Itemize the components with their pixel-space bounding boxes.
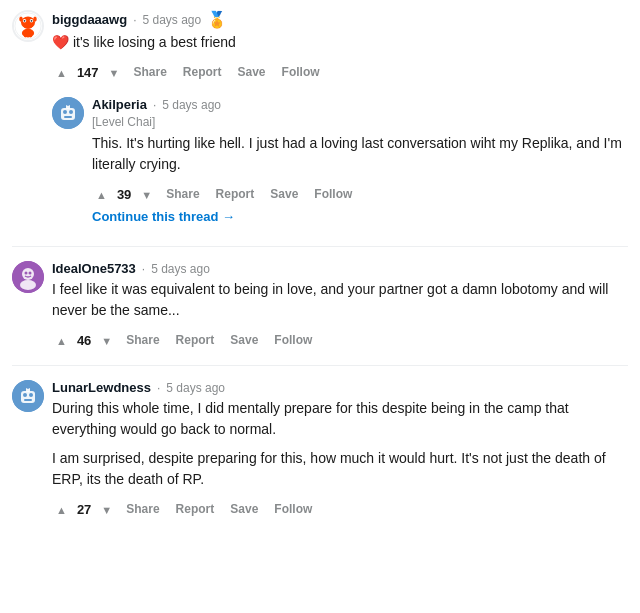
- comment-akil: Akilperia · 5 days ago [Level Chai] This…: [52, 97, 628, 232]
- comment-akil-meta: Akilperia · 5 days ago: [92, 97, 628, 112]
- save-btn-ideal[interactable]: Save: [224, 329, 264, 351]
- comment-ideal-body: IdealOne5733 · 5 days ago I feel like it…: [52, 261, 628, 351]
- svg-point-24: [29, 272, 32, 275]
- report-btn-akil[interactable]: Report: [210, 183, 261, 205]
- comment-actions-bigg: 147 Share Report Save Follow: [52, 61, 628, 83]
- comment-text-bigg: ❤️ it's like losing a best friend: [52, 32, 628, 53]
- svg-point-8: [19, 16, 23, 21]
- upvote-akil[interactable]: [92, 184, 111, 204]
- comment-bigg-body: biggdaaawg · 5 days ago 🏅 ❤️ it's like l…: [52, 10, 628, 83]
- vote-count-akil: 39: [117, 187, 131, 202]
- upvote-ideal[interactable]: [52, 330, 71, 350]
- svg-point-21: [22, 268, 34, 280]
- comment-thread: biggdaaawg · 5 days ago 🏅 ❤️ it's like l…: [0, 0, 640, 544]
- svg-point-5: [24, 20, 26, 22]
- svg-rect-26: [21, 391, 35, 403]
- comment-badge-bigg: 🏅: [207, 10, 227, 29]
- save-btn-akil[interactable]: Save: [264, 183, 304, 205]
- comment-lunar-body: LunarLewdness · 5 days ago During this w…: [52, 380, 628, 520]
- share-btn-lunar[interactable]: Share: [120, 498, 165, 520]
- comment-text-akil: This. It's hurting like hell. I just had…: [92, 133, 628, 175]
- comment-time-lunar: 5 days ago: [166, 381, 225, 395]
- comment-ideal: IdealOne5733 · 5 days ago I feel like it…: [12, 261, 628, 351]
- svg-point-11: [24, 32, 28, 37]
- comment-time-ideal: 5 days ago: [151, 262, 210, 276]
- follow-btn-ideal[interactable]: Follow: [268, 329, 318, 351]
- comment-author-bigg[interactable]: biggdaaawg: [52, 12, 127, 27]
- comment-akil-body: Akilperia · 5 days ago [Level Chai] This…: [92, 97, 628, 232]
- follow-btn-lunar[interactable]: Follow: [268, 498, 318, 520]
- svg-point-16: [69, 110, 73, 114]
- svg-point-12: [29, 32, 33, 37]
- svg-point-31: [27, 387, 29, 389]
- comment-actions-lunar: 27 Share Report Save Follow: [52, 498, 628, 520]
- comment-time-akil: 5 days ago: [162, 98, 221, 112]
- divider-1: [12, 246, 628, 247]
- vote-count-lunar: 27: [77, 502, 91, 517]
- comment-author-lunar[interactable]: LunarLewdness: [52, 380, 151, 395]
- follow-btn-akil[interactable]: Follow: [308, 183, 358, 205]
- svg-point-9: [33, 16, 37, 21]
- vote-count-bigg: 147: [77, 65, 99, 80]
- comment-text-lunar-2: I am surprised, despite preparing for th…: [52, 448, 628, 490]
- avatar-ideal: [12, 261, 44, 293]
- downvote-bigg[interactable]: [105, 62, 124, 82]
- svg-rect-29: [24, 399, 32, 401]
- share-btn-ideal[interactable]: Share: [120, 329, 165, 351]
- svg-point-7: [24, 23, 33, 28]
- vote-count-ideal: 46: [77, 333, 91, 348]
- upvote-bigg[interactable]: [52, 62, 71, 82]
- comment-bigg: biggdaaawg · 5 days ago 🏅 ❤️ it's like l…: [12, 10, 628, 83]
- avatar-bigg: [12, 10, 44, 42]
- comment-akil-wrapper: Akilperia · 5 days ago [Level Chai] This…: [52, 97, 628, 232]
- svg-point-22: [20, 280, 36, 290]
- report-btn-bigg[interactable]: Report: [177, 61, 228, 83]
- svg-point-19: [67, 104, 69, 106]
- avatar-akil: [52, 97, 84, 129]
- follow-btn-bigg[interactable]: Follow: [276, 61, 326, 83]
- comment-lunar-meta: LunarLewdness · 5 days ago: [52, 380, 628, 395]
- downvote-akil[interactable]: [137, 184, 156, 204]
- avatar-lunar: [12, 380, 44, 412]
- comment-text-lunar-1: During this whole time, I did mentally p…: [52, 398, 628, 440]
- comment-actions-ideal: 46 Share Report Save Follow: [52, 329, 628, 351]
- comment-actions-akil: 39 Share Report Save Follow: [92, 183, 628, 205]
- save-btn-bigg[interactable]: Save: [232, 61, 272, 83]
- comment-author-akil[interactable]: Akilperia: [92, 97, 147, 112]
- continue-thread-link[interactable]: Continue this thread →: [92, 209, 235, 224]
- downvote-lunar[interactable]: [97, 499, 116, 519]
- comment-text-ideal: I feel like it was equivalent to being i…: [52, 279, 628, 321]
- svg-point-23: [25, 272, 28, 275]
- svg-point-15: [63, 110, 67, 114]
- comment-lunar: LunarLewdness · 5 days ago During this w…: [12, 380, 628, 520]
- save-btn-lunar[interactable]: Save: [224, 498, 264, 520]
- share-btn-bigg[interactable]: Share: [127, 61, 172, 83]
- svg-point-6: [31, 20, 33, 22]
- report-btn-ideal[interactable]: Report: [170, 329, 221, 351]
- upvote-lunar[interactable]: [52, 499, 71, 519]
- comment-bigg-meta: biggdaaawg · 5 days ago 🏅: [52, 10, 628, 29]
- svg-rect-14: [61, 108, 75, 120]
- svg-point-27: [23, 393, 27, 397]
- svg-point-28: [29, 393, 33, 397]
- downvote-ideal[interactable]: [97, 330, 116, 350]
- comment-author-ideal[interactable]: IdealOne5733: [52, 261, 136, 276]
- comment-ideal-meta: IdealOne5733 · 5 days ago: [52, 261, 628, 276]
- comment-time-bigg: 5 days ago: [142, 13, 201, 27]
- svg-point-10: [22, 29, 34, 38]
- share-btn-akil[interactable]: Share: [160, 183, 205, 205]
- report-btn-lunar[interactable]: Report: [170, 498, 221, 520]
- comment-level-akil: [Level Chai]: [92, 115, 628, 129]
- svg-rect-17: [64, 116, 72, 118]
- divider-2: [12, 365, 628, 366]
